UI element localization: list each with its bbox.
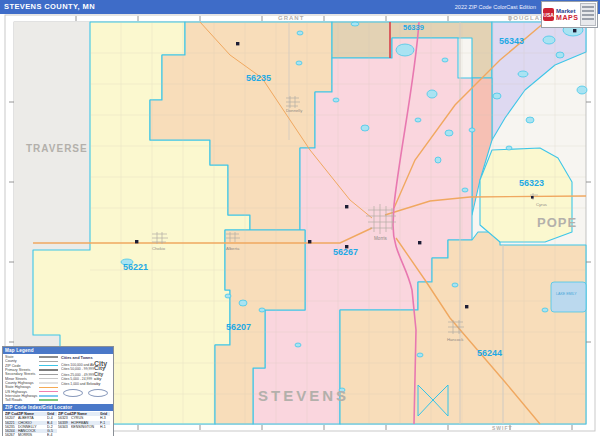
highway-shield-samples — [61, 389, 111, 397]
zip-index-right: ZIP CodeZIP NameGrid 56323CYRUSH-3 56339… — [58, 412, 110, 436]
zip-index-title: ZIP Code Index/Grid Locator — [3, 404, 113, 411]
county-hwy-shield-sample — [63, 389, 83, 397]
legend-panel: Map Legend State County ZIP Code Primary… — [2, 346, 114, 436]
legend-cities-column: Cities and Towns Cities 100,000 and Abov… — [61, 355, 111, 402]
zip-label-56343: 56343 — [499, 36, 524, 46]
logo-usa-icon: USA — [543, 8, 554, 21]
city-label-hancock: Hancock — [447, 337, 464, 342]
county-label-grant: GRANT — [278, 15, 304, 21]
county-label-stevens: STEVENS — [258, 387, 349, 404]
county-label-pope: POPE — [537, 215, 577, 230]
zip-label-56323: 56323 — [519, 178, 544, 188]
county-label-swift: SWIFT — [492, 425, 513, 431]
zip-label-56207: 56207 — [226, 322, 251, 332]
city-label-chokio: Chokio — [152, 246, 166, 251]
legend-title: Map Legend — [3, 347, 113, 354]
zip-label-56221: 56221 — [123, 262, 148, 272]
zip-label-56244: 56244 — [477, 348, 502, 358]
legend-item: Toll Roads — [5, 398, 61, 402]
city-size-row: Cities 1,000 and Belowcity — [61, 382, 111, 387]
interstate-shield-sample — [88, 389, 108, 397]
legend-symbol-list: State County ZIP Code Primary Streets Se… — [5, 355, 61, 402]
map-page: STEVENS COUNTY, MN 2022 ZIP Code ColorCa… — [0, 0, 600, 436]
city-label-cyrus: Cyrus — [536, 202, 547, 207]
county-label-traverse: TRAVERSE — [26, 143, 88, 154]
city-label-donnelly: Donnelly — [286, 108, 303, 113]
publisher-logo: USA Market MAPS — [541, 1, 598, 28]
lake-emily-label: LAKE EMILY — [556, 292, 577, 296]
logo-brand: Market MAPS — [556, 8, 578, 21]
legend-body: State County ZIP Code Primary Streets Se… — [3, 354, 113, 404]
zip-label-56235: 56235 — [246, 73, 271, 83]
county-label-douglas: DOUGLAS — [508, 15, 545, 21]
page-title: STEVENS COUNTY, MN — [4, 0, 95, 14]
zip-index-table: ZIP CodeZIP NameGrid 56207ALBERTAD-4 562… — [3, 411, 113, 436]
logo-address-block — [580, 3, 596, 26]
city-label-morris: Morris — [374, 236, 387, 241]
edition-label: 2022 ZIP Code ColorCast Edition — [455, 0, 536, 14]
city-label-alberta: Alberta — [226, 246, 240, 251]
zip-index-row: 56343KENSINGTONH-1 — [58, 425, 110, 429]
zip-label-56339: 56339 — [403, 23, 424, 32]
zip-index-left: ZIP CodeZIP NameGrid 56207ALBERTAD-4 562… — [5, 412, 57, 436]
zip-label-56267: 56267 — [333, 247, 358, 257]
header-bar: STEVENS COUNTY, MN 2022 ZIP Code ColorCa… — [0, 0, 600, 14]
logo-maps-text: MAPS — [556, 14, 578, 21]
